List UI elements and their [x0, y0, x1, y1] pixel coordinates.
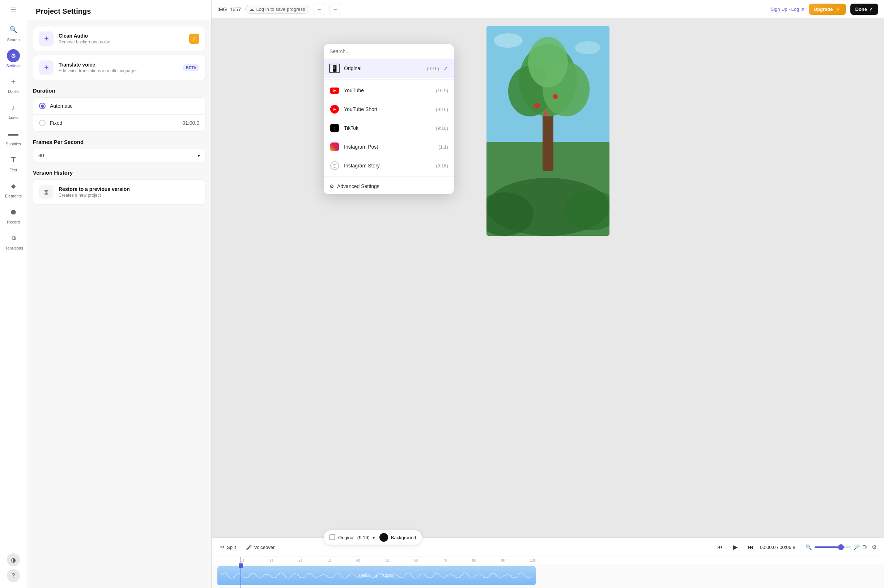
split-icon: ✂ [220, 544, 225, 550]
aspect-dot-icon [330, 534, 335, 540]
instagram-post-label: Instagram Post [344, 144, 434, 150]
background-selector[interactable]: Background [380, 533, 416, 542]
instagram-story-label: Instagram Story [344, 163, 432, 168]
zoom-label: Fit [863, 544, 867, 550]
fixed-value: 01:00.0 [182, 120, 199, 126]
instagram-story-ratio: (9:16) [436, 163, 448, 168]
radio-automatic[interactable] [39, 103, 46, 109]
sidebar-item-subtitles[interactable]: ▬▬ Subtitles [0, 124, 27, 149]
upgrade-button[interactable]: Upgrade ⚡ [809, 4, 846, 15]
youtube-ratio: (16:9) [436, 88, 448, 93]
dropdown-item-instagram-post[interactable]: Instagram Post (1:1) [324, 137, 454, 156]
timeline-settings-icon[interactable]: ⚙ [870, 542, 878, 552]
mic-icon: 🎤 [246, 544, 252, 550]
translate-voice-card[interactable]: ✦ Translate voice Add voice translations… [33, 55, 206, 80]
menu-icon[interactable]: ☰ [7, 4, 20, 16]
current-time-value: 00:00.0 [760, 544, 776, 550]
version-history-card[interactable]: ⧗ Restore to a previous version Creates … [33, 179, 206, 205]
sidebar: ☰ 🔍 Search ⚙ Settings + Media ♪ Audio ▬▬… [0, 0, 27, 588]
background-circle [380, 533, 388, 542]
instagram-post-icon [330, 142, 340, 152]
total-time-value: 00:06.8 [779, 544, 795, 550]
sidebar-item-text[interactable]: T Text [0, 150, 27, 175]
help-button[interactable]: ? [7, 569, 20, 582]
video-track[interactable]: Uploading... (100%) [218, 566, 536, 585]
contrast-button[interactable]: ◑ [7, 553, 20, 566]
zoom-slider[interactable] [815, 546, 851, 548]
dropdown-item-original[interactable]: 📱 Original (9:16) ✓ [324, 59, 454, 78]
translate-icon: ✦ [39, 60, 54, 75]
clean-audio-card[interactable]: ✦ Clean Audio Remove background noise ⚡ [33, 26, 206, 51]
split-button[interactable]: ✂ Split [218, 543, 239, 552]
version-history-section-title: Version History [33, 170, 206, 176]
sidebar-item-audio[interactable]: ♪ Audio [0, 98, 27, 123]
dropdown-item-youtube[interactable]: YouTube (16:9) [324, 81, 454, 100]
save-status[interactable]: ☁ Log in to save progress [245, 5, 309, 14]
sliders-icon: ⚙ [330, 183, 334, 189]
redo-button[interactable]: → [330, 4, 341, 15]
sidebar-item-record[interactable]: ⏺ Record [0, 202, 27, 227]
sidebar-item-elements[interactable]: ◆ Elements [0, 177, 27, 201]
radio-fixed[interactable] [39, 120, 46, 126]
duration-automatic[interactable]: Automatic [33, 98, 205, 114]
sidebar-item-settings[interactable]: ⚙ Settings [0, 46, 27, 71]
youtube-icon [330, 86, 340, 96]
aspect-ratio: (9:16) [357, 535, 370, 540]
aspect-ratio-dropdown: 📱 Original (9:16) ✓ YouTube (16:9) [324, 44, 454, 194]
youtube-label: YouTube [344, 87, 432, 93]
zoom-out-icon[interactable]: 🔍 [806, 544, 812, 550]
fixed-label: Fixed [50, 120, 62, 126]
fps-chevron-icon: ▾ [198, 153, 200, 158]
aspect-label: Original [338, 535, 354, 540]
tree-graphic [486, 26, 609, 236]
sidebar-item-label: Audio [8, 116, 18, 120]
zoom-thumb[interactable] [838, 544, 844, 550]
youtube-short-label: YouTube Short [344, 106, 432, 112]
play-button[interactable]: ▶ [729, 542, 741, 553]
ruler-2s: 2s [299, 558, 302, 562]
sidebar-item-media[interactable]: + Media [0, 72, 27, 97]
ruler-9s: 9s [501, 558, 505, 562]
fps-select[interactable]: 30 ▾ [33, 148, 206, 162]
signup-link[interactable]: Sign Up [771, 6, 788, 12]
duration-fixed[interactable]: Fixed 01:00.0 [33, 114, 205, 131]
dropdown-item-youtube-short[interactable]: YouTube Short (9:16) [324, 100, 454, 118]
version-desc: Creates a new project [59, 193, 130, 198]
advanced-settings-button[interactable]: ⚙ Advanced Settings [324, 178, 454, 194]
subtitles-icon: ▬▬ [7, 127, 20, 140]
track-playhead [240, 564, 241, 588]
track-upload-label: Uploading... (100%) [359, 573, 394, 578]
editor-area: IMG_1657 ☁ Log in to save progress ← → S… [212, 0, 884, 588]
dropdown-search-input[interactable] [330, 48, 448, 54]
upgrade-badge[interactable]: ⚡ [189, 34, 199, 44]
timeline-container: ✂ Split 🎤 Voiceover ⏮ ▶ ⏭ 00:00.0 / 00:0… [212, 537, 884, 588]
sidebar-item-label: Subtitles [6, 142, 21, 146]
fast-forward-button[interactable]: ⏭ [745, 542, 756, 553]
sidebar-item-search[interactable]: 🔍 Search [0, 20, 27, 45]
instagram-post-ratio: (1:1) [438, 144, 448, 150]
sidebar-item-label: Settings [6, 64, 21, 68]
zoom-in-icon[interactable]: 🔎 [854, 544, 860, 550]
search-icon: 🔍 [7, 23, 20, 36]
aspect-selector[interactable]: Original (9:16) ▾ [330, 534, 375, 540]
login-link[interactable]: Log In [791, 6, 804, 12]
dropdown-item-instagram-story[interactable]: ◌ Instagram Story (9:16) [324, 156, 454, 175]
duration-section-title: Duration [33, 87, 206, 94]
sidebar-item-transitions[interactable]: ⧉ Transitions [0, 228, 27, 253]
text-icon: T [7, 153, 20, 166]
version-text: Restore to a previous version Creates a … [59, 186, 130, 198]
sidebar-item-label: Transitions [4, 246, 23, 250]
rewind-button[interactable]: ⏮ [714, 542, 726, 553]
undo-button[interactable]: ← [314, 4, 325, 15]
ruler-1s: 1s [269, 558, 273, 562]
dropdown-item-tiktok[interactable]: ♪ TikTok (9:16) [324, 118, 454, 137]
translate-text: Translate voice Add voice translations i… [59, 62, 178, 74]
ruler-3s: 3s [327, 558, 331, 562]
svg-point-13 [494, 33, 523, 48]
svg-point-6 [528, 37, 568, 87]
voiceover-button[interactable]: 🎤 Voiceover [243, 543, 278, 552]
playback-controls: ⏮ ▶ ⏭ 00:00.0 / 00:06.8 [714, 542, 795, 553]
fps-section-title: Frames Per Second [33, 139, 206, 145]
done-button[interactable]: Done ✓ [850, 4, 879, 15]
record-icon: ⏺ [7, 206, 20, 218]
